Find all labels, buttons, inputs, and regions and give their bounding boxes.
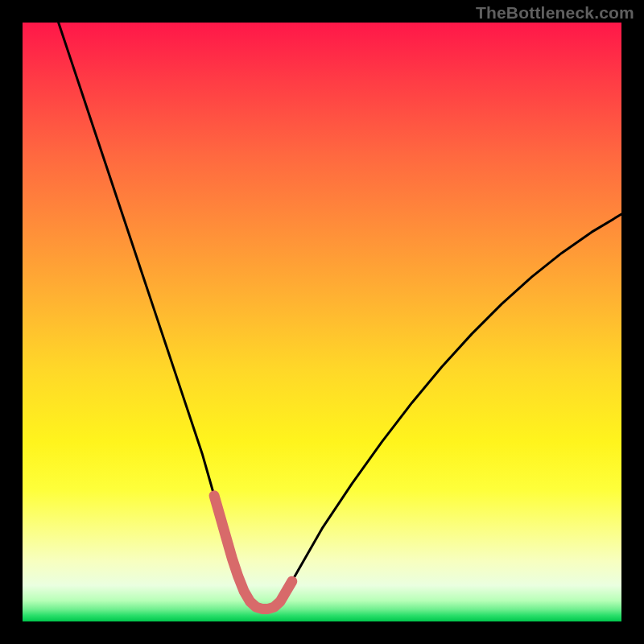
bottleneck-chart: [23, 23, 621, 621]
optimal-zone-path: [214, 496, 292, 609]
chart-plot-area: [23, 23, 621, 621]
watermark-text: TheBottleneck.com: [476, 3, 634, 23]
bottleneck-curve-path: [59, 23, 621, 609]
